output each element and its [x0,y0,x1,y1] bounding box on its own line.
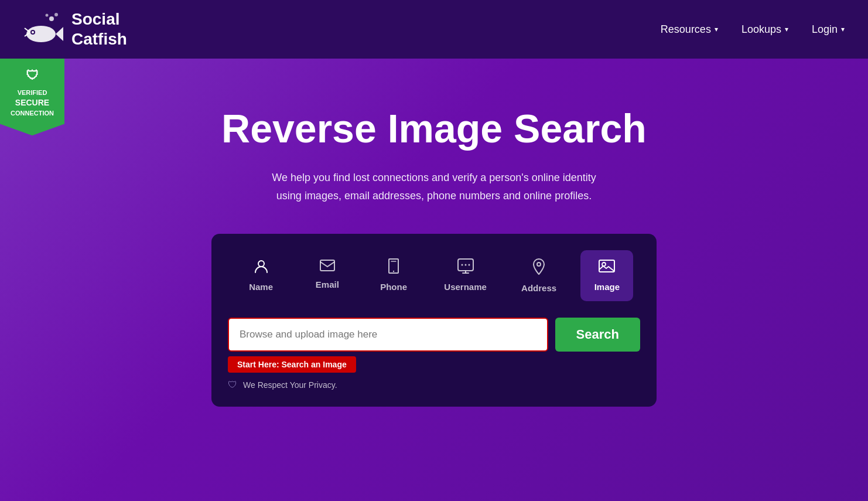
username-icon [457,258,474,277]
tab-phone[interactable]: Phone [367,250,420,301]
shield-icon: 🛡 [6,67,59,85]
hero-section: 🛡 Verified SECURE CONNECTION Reverse Ima… [0,59,868,501]
tab-username[interactable]: Username [433,250,497,301]
svg-point-10 [393,271,394,272]
svg-point-14 [468,264,470,266]
address-icon [532,258,545,278]
svg-point-0 [26,26,56,42]
resources-dropdown-icon: ▾ [715,25,718,33]
tab-image[interactable]: Image [580,250,633,301]
search-tabs: Name Email [228,250,640,301]
svg-point-6 [54,13,58,16]
svg-point-15 [537,263,541,266]
svg-point-13 [464,264,466,266]
name-icon [254,258,269,277]
logo-area[interactable]: Social Catfish [23,9,127,49]
input-row: Start Here: Search an Image Search [228,318,640,352]
privacy-shield-icon: 🛡 [228,380,237,390]
svg-point-17 [602,263,606,266]
phone-icon [387,258,401,277]
logo-icon [23,11,64,49]
nav-links: Resources ▾ Lookups ▾ Login ▾ [661,23,845,36]
tab-address[interactable]: Address [511,250,567,301]
nav-login[interactable]: Login ▾ [812,23,845,36]
tab-email[interactable]: Email [301,250,354,301]
logo-text: Social Catfish [71,9,127,49]
svg-point-8 [258,261,264,267]
svg-point-5 [49,16,54,21]
nav-resources[interactable]: Resources ▾ [661,23,718,36]
image-icon [599,258,615,277]
login-dropdown-icon: ▾ [841,25,845,33]
tab-name[interactable]: Name [235,250,288,301]
search-button[interactable]: Search [555,318,640,352]
nav-lookups[interactable]: Lookups ▾ [741,23,788,36]
search-container: Name Email [211,234,657,407]
page-title: Reverse Image Search [221,105,647,151]
verified-badge: 🛡 Verified SECURE CONNECTION [0,59,64,135]
page-subtitle: We help you find lost connections and ve… [258,169,610,205]
lookups-dropdown-icon: ▾ [785,25,788,33]
image-search-input[interactable] [228,318,548,352]
header: Social Catfish Resources ▾ Lookups ▾ Log… [0,0,868,59]
svg-point-12 [461,264,463,266]
start-here-badge: Start Here: Search an Image [228,356,356,373]
email-icon [320,258,335,275]
image-input-wrapper: Start Here: Search an Image [228,318,548,352]
svg-point-7 [46,13,49,16]
privacy-note: 🛡 We Respect Your Privacy. [228,380,640,390]
svg-rect-9 [320,260,334,271]
svg-point-2 [32,31,34,33]
